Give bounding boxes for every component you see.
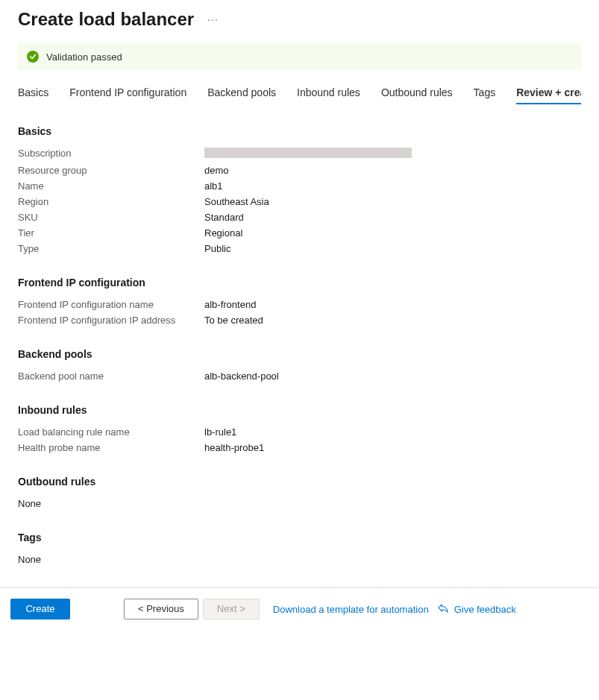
kv-key: Frontend IP configuration name bbox=[18, 299, 204, 310]
section-outbound: Outbound rulesNone bbox=[18, 476, 581, 509]
redacted-value bbox=[204, 148, 412, 158]
validation-text: Validation passed bbox=[46, 51, 122, 63]
kv-value: alb-backend-pool bbox=[204, 371, 279, 382]
kv-row: Resource groupdemo bbox=[18, 165, 581, 176]
section-title: Outbound rules bbox=[18, 476, 581, 488]
kv-value: demo bbox=[204, 165, 229, 176]
kv-value: Southeast Asia bbox=[204, 196, 269, 207]
kv-row: Health probe namehealth-probe1 bbox=[18, 442, 581, 453]
more-icon[interactable]: ··· bbox=[204, 10, 222, 28]
next-button: Next > bbox=[203, 599, 260, 619]
kv-value bbox=[204, 148, 412, 160]
tabs: BasicsFrontend IP configurationBackend p… bbox=[18, 86, 581, 104]
kv-key: Type bbox=[18, 243, 204, 254]
tab-frontend-ip-configuration[interactable]: Frontend IP configuration bbox=[69, 86, 186, 104]
kv-row: SKUStandard bbox=[18, 212, 581, 223]
tab-tags[interactable]: Tags bbox=[474, 86, 496, 104]
kv-row: TypePublic bbox=[18, 243, 581, 254]
kv-row: RegionSoutheast Asia bbox=[18, 196, 581, 207]
kv-row: Namealb1 bbox=[18, 180, 581, 192]
tab-inbound-rules[interactable]: Inbound rules bbox=[297, 86, 360, 104]
section-inbound: Inbound rulesLoad balancing rule namelb-… bbox=[18, 404, 581, 453]
kv-value: To be created bbox=[204, 315, 263, 326]
page-title: Create load balancer bbox=[18, 9, 194, 30]
kv-row: Load balancing rule namelb-rule1 bbox=[18, 426, 581, 438]
kv-key: Load balancing rule name bbox=[18, 426, 204, 438]
section-title: Frontend IP configuration bbox=[18, 277, 581, 288]
kv-key: Backend pool name bbox=[18, 371, 204, 382]
section-title: Backend pools bbox=[18, 348, 581, 360]
kv-key: Region bbox=[18, 196, 204, 207]
give-feedback-link[interactable]: Give feedback bbox=[454, 604, 516, 615]
kv-value: alb1 bbox=[204, 180, 223, 192]
kv-key: Tier bbox=[18, 227, 204, 239]
kv-value: health-probe1 bbox=[204, 442, 264, 453]
section-title: Inbound rules bbox=[18, 404, 581, 416]
download-template-link[interactable]: Download a template for automation bbox=[273, 604, 429, 615]
tab-outbound-rules[interactable]: Outbound rules bbox=[381, 86, 453, 104]
kv-value: lb-rule1 bbox=[204, 426, 236, 438]
tab-review-create[interactable]: Review + create bbox=[516, 86, 581, 104]
section-backend: Backend poolsBackend pool namealb-backen… bbox=[18, 348, 581, 382]
validation-banner: Validation passed bbox=[18, 43, 581, 70]
kv-key: Health probe name bbox=[18, 442, 204, 453]
tab-basics[interactable]: Basics bbox=[18, 86, 48, 104]
kv-key: Resource group bbox=[18, 165, 204, 176]
create-button[interactable]: Create bbox=[10, 599, 70, 619]
kv-row: Frontend IP configuration IP addressTo b… bbox=[18, 315, 581, 326]
kv-value: Standard bbox=[204, 212, 244, 223]
none-text: None bbox=[18, 554, 581, 565]
kv-row: Subscription bbox=[18, 148, 581, 160]
kv-row: Frontend IP configuration namealb-fronte… bbox=[18, 299, 581, 310]
kv-value: Regional bbox=[204, 227, 242, 239]
none-text: None bbox=[18, 498, 581, 509]
kv-key: Name bbox=[18, 180, 204, 192]
kv-key: Subscription bbox=[18, 148, 204, 160]
kv-key: SKU bbox=[18, 212, 204, 223]
previous-button[interactable]: < Previous bbox=[124, 599, 198, 619]
section-frontend: Frontend IP configurationFrontend IP con… bbox=[18, 277, 581, 326]
section-title: Basics bbox=[18, 125, 581, 137]
tab-backend-pools[interactable]: Backend pools bbox=[207, 86, 276, 104]
section-title: Tags bbox=[18, 532, 581, 543]
footer: Create < Previous Next > Download a temp… bbox=[0, 587, 599, 630]
check-circle-icon bbox=[27, 51, 39, 63]
kv-row: TierRegional bbox=[18, 227, 581, 239]
kv-row: Backend pool namealb-backend-pool bbox=[18, 371, 581, 382]
feedback-icon bbox=[438, 604, 448, 615]
section-basics: BasicsSubscriptionResource groupdemoName… bbox=[18, 125, 581, 254]
kv-value: Public bbox=[204, 243, 230, 254]
section-tags: TagsNone bbox=[18, 532, 581, 565]
kv-value: alb-frontend bbox=[204, 299, 256, 310]
kv-key: Frontend IP configuration IP address bbox=[18, 315, 204, 326]
